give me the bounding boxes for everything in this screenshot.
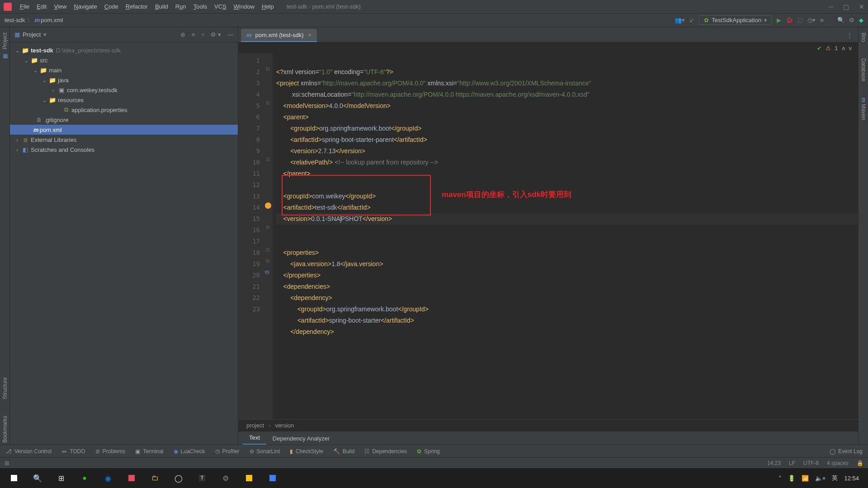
tool-luacheck[interactable]: ◉LuaCheck <box>174 448 205 455</box>
select-opened-icon[interactable]: ⊕ <box>180 31 185 38</box>
menu-edit[interactable]: Edit <box>33 3 50 10</box>
tree-gitignore[interactable]: 🗎.gitignore <box>10 115 238 125</box>
tool-event-log[interactable]: ◯Event Log <box>830 448 863 455</box>
fold-icon[interactable]: ⊡ <box>266 157 269 162</box>
menu-refactor[interactable]: Refactor <box>122 3 151 10</box>
profiler-icon[interactable]: ◷▾ <box>807 17 816 23</box>
editor-tab-pom[interactable]: m pom.xml (test-sdk) × <box>241 29 317 42</box>
tool-checkstyle[interactable]: ▮CheckStyle <box>290 448 323 455</box>
scroll-down-icon[interactable]: v <box>849 45 852 52</box>
taskbar-edge-icon[interactable]: ◉ <box>98 469 118 487</box>
window-maximize-icon[interactable]: ▢ <box>843 3 849 10</box>
tree-package[interactable]: ›▣com.weikey.testsdk <box>10 85 238 95</box>
menu-run[interactable]: Run <box>172 3 190 10</box>
window-minimize-icon[interactable]: ─ <box>829 3 833 10</box>
chevron-down-icon[interactable]: ▾ <box>43 31 47 38</box>
tray-volume-icon[interactable]: 🔈× <box>815 475 826 482</box>
tool-terminal[interactable]: ▣Terminal <box>135 448 163 455</box>
fold-icon[interactable]: ⊟ <box>266 100 269 105</box>
tool-todo[interactable]: ≔TODO <box>61 448 85 455</box>
debug-button-icon[interactable]: 🐞 <box>786 17 793 23</box>
scroll-up-icon[interactable]: ʌ <box>842 45 845 52</box>
tool-sonarlint[interactable]: ⊖SonarLint <box>250 448 280 455</box>
tray-clock[interactable]: 12:54 <box>844 475 859 482</box>
tool-project[interactable]: ▦ Project <box>2 31 8 61</box>
jetbrains-toolbox-icon[interactable]: ◆ <box>859 17 863 23</box>
breadcrumb-root[interactable]: test-sdk <box>5 17 25 23</box>
fold-icon[interactable]: ⊟ <box>266 66 269 71</box>
tree-resources[interactable]: ⌄📁resources <box>10 95 238 105</box>
taskbar-app-yellow-icon[interactable] <box>239 469 259 487</box>
intention-bulb-icon[interactable] <box>265 202 271 209</box>
coverage-icon[interactable]: ⬚ <box>797 17 803 23</box>
tool-structure[interactable]: Structure <box>2 375 8 401</box>
panel-settings-icon[interactable]: ⚙ ▾ <box>211 31 221 38</box>
taskbar-search-icon[interactable]: 🔍 <box>27 469 48 487</box>
tool-version-control[interactable]: ⎇Version Control <box>5 448 52 455</box>
stop-button-icon[interactable]: ■ <box>820 17 824 23</box>
tree-src[interactable]: ⌄📁src <box>10 55 238 65</box>
breadcrumb-file[interactable]: pom.xml <box>41 17 63 23</box>
search-icon[interactable]: 🔍 <box>837 17 844 23</box>
users-icon[interactable]: 👥▾ <box>675 17 685 23</box>
tree-scratches[interactable]: ›◧Scratches and Consoles <box>10 145 238 155</box>
run-config-selector[interactable]: ✿ TestSdkApplication ▾ <box>699 15 772 25</box>
menu-code[interactable]: Code <box>101 3 122 10</box>
tray-wifi-icon[interactable]: 📶 <box>802 475 809 482</box>
taskbar-explorer-icon[interactable]: 🗀 <box>145 469 165 487</box>
editor-body[interactable]: 1234567891011121314151617181920212223 ⊟ … <box>238 53 858 419</box>
tab-text[interactable]: Text <box>243 432 266 445</box>
tray-battery-icon[interactable]: 🔋 <box>788 475 795 482</box>
taskbar-taskview-icon[interactable]: ⊞ <box>51 469 71 487</box>
menu-tools[interactable]: Tools <box>190 3 211 10</box>
taskbar-intellij-icon[interactable] <box>121 469 142 487</box>
menu-view[interactable]: View <box>50 3 70 10</box>
tool-dependencies[interactable]: ☷Dependencies <box>364 448 407 455</box>
tool-bookmarks[interactable]: Bookmarks <box>2 414 8 445</box>
tool-database[interactable]: Database <box>860 56 867 83</box>
taskbar-app-blue-icon[interactable] <box>262 469 283 487</box>
status-caret-pos[interactable]: 14:23 <box>767 460 781 466</box>
hide-panel-icon[interactable]: — <box>227 31 233 38</box>
fold-icon[interactable]: ⊟ <box>266 270 269 275</box>
settings-icon[interactable]: ⚙ <box>849 17 854 23</box>
tree-root[interactable]: ⌄📁test-sdkD:\idea_projects\test-sdk <box>10 45 238 55</box>
tool-profiler[interactable]: ◷Profiler <box>215 448 240 455</box>
expand-all-icon[interactable]: ≡ <box>192 31 195 38</box>
tab-dependency-analyzer[interactable]: Dependency Analyzer <box>266 432 336 445</box>
tool-problems[interactable]: ⊘Problems <box>95 448 126 455</box>
fold-icon[interactable]: ⊡ <box>266 247 269 252</box>
tree-pom[interactable]: mpom.xml <box>10 125 238 135</box>
crumb-project[interactable]: project <box>246 422 264 429</box>
crumb-version[interactable]: version <box>275 422 294 429</box>
close-tab-icon[interactable]: × <box>308 32 311 38</box>
tree-extlib[interactable]: ›⫼External Libraries <box>10 135 238 145</box>
taskbar-app-gear-icon[interactable]: ⚙ <box>215 469 236 487</box>
tabs-menu-icon[interactable]: ⋮ <box>841 28 858 42</box>
code-content[interactable]: <?xml version="1.0" encoding="UTF-8"?> <… <box>273 53 858 419</box>
menu-help[interactable]: Help <box>258 3 278 10</box>
fold-icon[interactable]: ⊟ <box>266 225 269 230</box>
taskbar-wechat-icon[interactable]: ● <box>74 469 95 487</box>
tool-maven[interactable]: m Maven <box>860 96 867 122</box>
menu-navigate[interactable]: Navigate <box>70 3 100 10</box>
taskbar-app-t-icon[interactable]: T <box>192 469 212 487</box>
menu-window[interactable]: Window <box>230 3 258 10</box>
fold-icon[interactable]: ⊟ <box>266 258 269 263</box>
tray-chevron-icon[interactable]: ˄ <box>778 475 782 482</box>
menu-build[interactable]: Build <box>151 3 172 10</box>
tray-ime[interactable]: 英 <box>832 474 838 482</box>
status-readonly-icon[interactable]: 🔒 <box>857 460 863 466</box>
tool-spring[interactable]: ✿Spring <box>417 448 440 455</box>
vcs-update-icon[interactable]: ↙ <box>689 17 694 23</box>
status-indent[interactable]: 4 spaces <box>827 460 849 466</box>
tree-appprops[interactable]: ⧉application.properties <box>10 105 238 115</box>
tool-build[interactable]: 🔨Build <box>333 448 355 455</box>
status-line-sep[interactable]: LF <box>789 460 795 466</box>
tool-bito[interactable]: Bito <box>860 31 867 44</box>
start-button[interactable] <box>4 469 24 487</box>
menu-file[interactable]: File <box>16 3 33 10</box>
window-close-icon[interactable]: ✕ <box>859 3 864 10</box>
menu-vcs[interactable]: VCS <box>211 3 230 10</box>
tree-java[interactable]: ⌄📁java <box>10 75 238 85</box>
